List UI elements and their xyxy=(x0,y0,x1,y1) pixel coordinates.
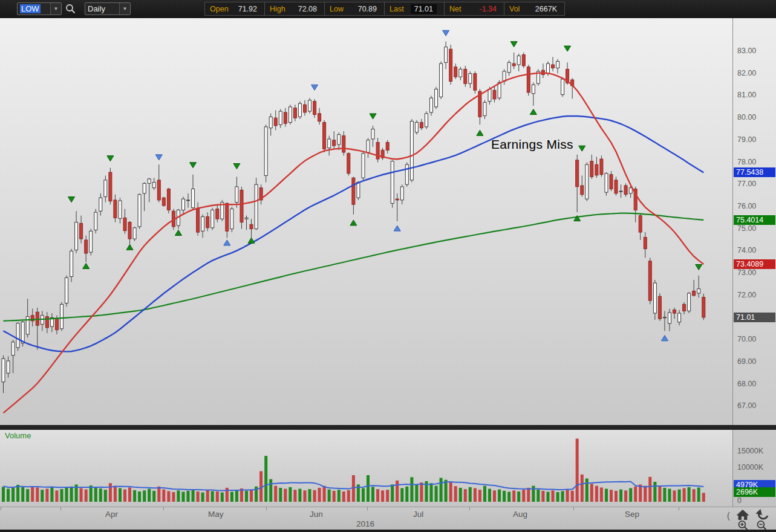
quote-value: 71.01 xyxy=(411,4,437,14)
year-label: 2016 xyxy=(356,519,374,528)
price-tick-label: 77.00 xyxy=(737,180,756,188)
home-icon[interactable] xyxy=(735,509,750,521)
volume-tick-label: 0 xyxy=(737,496,742,505)
date-tick xyxy=(367,507,368,510)
date-tick xyxy=(266,507,267,510)
volume-badge: 2696K xyxy=(734,487,775,497)
quote-high: High72.08 xyxy=(265,2,325,15)
price-badge: 77.5438 xyxy=(734,167,775,177)
quote-label: Vol xyxy=(509,5,520,13)
symbol-text: LOW xyxy=(18,3,50,15)
price-tick-label: 74.00 xyxy=(737,246,756,255)
quote-low: Low70.89 xyxy=(325,2,385,15)
volume-pane-title: Volume xyxy=(5,431,31,440)
quote-label: Low xyxy=(330,5,344,13)
price-tick-label: 75.00 xyxy=(737,224,756,233)
date-tick xyxy=(679,507,679,510)
undo-icon[interactable] xyxy=(755,509,769,521)
period-value: Daily xyxy=(85,3,119,15)
price-tick-label: 81.00 xyxy=(737,91,756,99)
top-toolbar: LOW ▼ Daily ▼ Open71.92High72.08Low70.89… xyxy=(0,0,776,18)
chevron-down-icon: ▼ xyxy=(123,6,128,11)
symbol-dropdown-button[interactable]: ▼ xyxy=(50,3,61,15)
date-tick xyxy=(60,507,61,510)
month-label-aug: Aug xyxy=(513,510,527,519)
date-axis[interactable]: ( AprMayJunJulAugSep2016 xyxy=(0,507,776,530)
bottom-bar xyxy=(0,530,776,532)
chevron-down-icon: ▼ xyxy=(54,6,59,11)
month-label-jul: Jul xyxy=(413,510,423,519)
price-tick-label: 79.00 xyxy=(737,135,756,144)
price-tick-label: 67.00 xyxy=(737,401,756,410)
symbol-input[interactable]: LOW ▼ xyxy=(17,2,62,15)
quote-last: Last71.01 xyxy=(385,2,445,15)
quote-value: -1.34 xyxy=(480,5,497,13)
price-badge: 71.01 xyxy=(734,313,775,322)
volume-tick-label: 15000K xyxy=(737,447,763,455)
price-tick-label: 70.00 xyxy=(737,335,756,343)
month-label-sep: Sep xyxy=(625,510,639,519)
price-chart-canvas[interactable] xyxy=(0,0,776,532)
quote-open: Open71.92 xyxy=(205,2,265,15)
quote-label: Last xyxy=(390,5,404,13)
price-axis[interactable]: 83.0082.0081.0080.0079.0078.0077.0076.00… xyxy=(732,18,776,507)
price-tick-label: 73.00 xyxy=(737,268,756,277)
price-tick-label: 76.00 xyxy=(737,202,756,210)
price-badge: 75.4014 xyxy=(734,215,775,225)
month-label-jun: Jun xyxy=(310,510,323,519)
price-tick-label: 69.00 xyxy=(737,357,756,366)
volume-tick-label: 10000K xyxy=(737,463,763,472)
period-select[interactable]: Daily ▼ xyxy=(85,2,131,15)
price-tick-label: 83.00 xyxy=(737,47,756,55)
date-tick xyxy=(469,507,470,510)
earnings-miss-annotation[interactable]: Earnings Miss xyxy=(491,137,573,152)
quote-label: High xyxy=(270,5,285,13)
price-tick-label: 68.00 xyxy=(737,380,756,388)
quote-label: Open xyxy=(210,5,229,13)
period-dropdown-button[interactable]: ▼ xyxy=(119,3,130,15)
pane-separator[interactable] xyxy=(0,425,776,430)
search-icon[interactable] xyxy=(65,4,76,15)
date-tick xyxy=(163,507,164,510)
quote-net: Net-1.34 xyxy=(445,2,504,15)
month-label-apr: Apr xyxy=(105,510,118,519)
quote-label: Net xyxy=(449,5,461,13)
quote-vol: Vol2667K xyxy=(504,2,564,15)
price-tick-label: 78.00 xyxy=(737,158,756,166)
quote-value: 70.89 xyxy=(358,5,377,13)
quote-value: 72.08 xyxy=(298,5,317,13)
quote-value: 71.92 xyxy=(238,5,257,13)
price-badge: 73.4089 xyxy=(734,259,775,269)
price-tick-label: 72.00 xyxy=(737,291,756,299)
price-tick-label: 82.00 xyxy=(737,69,756,77)
month-label-may: May xyxy=(208,510,224,519)
price-tick-label: 80.00 xyxy=(737,113,756,122)
date-tick xyxy=(1,507,1,510)
paren-glyph: ( xyxy=(727,511,730,521)
symbol-value: LOW xyxy=(20,4,41,13)
quote-bar: Open71.92High72.08Low70.89Last71.01Net-1… xyxy=(204,2,565,16)
date-tick xyxy=(573,507,574,510)
quote-value: 2667K xyxy=(535,5,557,13)
